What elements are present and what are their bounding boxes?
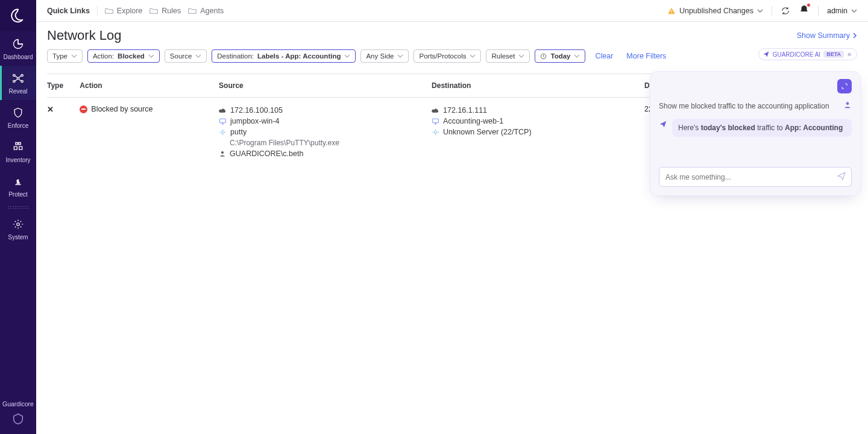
svg-rect-8 bbox=[220, 119, 226, 123]
tab-label: Rules bbox=[162, 7, 181, 15]
topbar: Quick Links Explore Rules Agents Unpubli… bbox=[36, 0, 868, 22]
user-menu[interactable]: admin bbox=[827, 7, 857, 15]
svg-point-0 bbox=[17, 77, 19, 79]
show-summary-link[interactable]: Show Summary bbox=[797, 31, 857, 40]
divider bbox=[772, 6, 772, 16]
close-icon[interactable]: ✕ bbox=[47, 105, 54, 114]
col-destination[interactable]: Destination bbox=[432, 74, 644, 98]
nav-enforce[interactable]: Enforce bbox=[0, 100, 36, 134]
filter-ruleset[interactable]: Ruleset bbox=[486, 49, 530, 63]
nav-dashboard[interactable]: Dashboard bbox=[0, 31, 36, 66]
nav-system[interactable]: System bbox=[0, 212, 36, 246]
col-action[interactable]: Action bbox=[80, 74, 219, 98]
process-icon bbox=[219, 128, 227, 136]
filter-action[interactable]: Action: Blocked bbox=[87, 49, 160, 63]
ai-panel: Show me blocked traffic to the accountin… bbox=[650, 71, 861, 196]
nav-reveal[interactable]: Reveal bbox=[0, 66, 36, 100]
tab-rules[interactable]: Rules bbox=[149, 7, 181, 15]
unpublished-changes[interactable]: Unpublished Changes bbox=[667, 7, 763, 15]
user-icon bbox=[843, 101, 852, 109]
blocked-icon bbox=[80, 105, 87, 113]
filter-destination[interactable]: Destination: Labels - App: Accounting bbox=[212, 49, 356, 63]
monitor-icon bbox=[219, 118, 227, 125]
brand-footer: Guardicore bbox=[2, 400, 34, 434]
svg-point-13 bbox=[846, 102, 849, 105]
more-filters-link[interactable]: More Filters bbox=[626, 52, 666, 60]
clock-icon bbox=[540, 53, 547, 60]
filter-source[interactable]: Source bbox=[165, 49, 207, 63]
ai-bot-message: Here's today's blocked traffic to App: A… bbox=[672, 119, 852, 137]
beta-badge: BETA bbox=[823, 51, 844, 58]
username: admin bbox=[827, 7, 848, 15]
nav-label: Dashboard bbox=[4, 54, 33, 60]
chevron-down-icon bbox=[195, 53, 201, 59]
monitor-icon bbox=[432, 118, 439, 125]
svg-point-6 bbox=[671, 12, 671, 13]
tab-label: Explore bbox=[117, 7, 142, 15]
svg-point-10 bbox=[221, 151, 224, 154]
filter-today[interactable]: Today bbox=[535, 49, 585, 63]
divider bbox=[97, 6, 98, 16]
folder-icon bbox=[105, 7, 113, 14]
filter-bar: Type Action: Blocked Source Destination:… bbox=[36, 47, 868, 69]
source-process: putty bbox=[230, 128, 247, 136]
svg-point-4 bbox=[21, 80, 23, 82]
nav-separator bbox=[7, 206, 29, 209]
svg-point-12 bbox=[434, 131, 436, 133]
svg-point-3 bbox=[13, 80, 15, 82]
cloud-icon bbox=[219, 107, 227, 115]
cloud-icon bbox=[432, 107, 439, 115]
filter-anyside[interactable]: Any Side bbox=[360, 49, 409, 63]
close-icon[interactable]: ✕ bbox=[847, 51, 852, 58]
page-title: Network Log bbox=[47, 28, 122, 43]
user-icon bbox=[219, 150, 226, 157]
source-host: jumpbox-win-4 bbox=[230, 117, 279, 125]
svg-point-2 bbox=[21, 74, 23, 76]
col-type[interactable]: Type bbox=[47, 74, 80, 98]
sidebar: Dashboard Reveal Enforce Inventory Prote… bbox=[0, 0, 36, 434]
source-user: GUARDICORE\c.beth bbox=[230, 149, 303, 158]
nav-label: Protect bbox=[8, 191, 28, 198]
nav-label: Enforce bbox=[8, 122, 28, 129]
quick-links-label[interactable]: Quick Links bbox=[47, 7, 90, 15]
chevron-down-icon bbox=[757, 8, 763, 14]
svg-point-1 bbox=[13, 74, 15, 76]
nav-protect[interactable]: Protect bbox=[0, 169, 36, 203]
shield-icon bbox=[11, 106, 25, 119]
chevron-down-icon bbox=[518, 53, 524, 59]
ai-expand-button[interactable] bbox=[837, 79, 852, 93]
source-cell: 172.16.100.105 jumpbox-win-4 putty C:\Pr… bbox=[219, 105, 427, 159]
nav-label: Reveal bbox=[8, 88, 27, 95]
boxes-icon bbox=[11, 140, 25, 154]
chevron-down-icon bbox=[574, 53, 580, 59]
clear-filters-link[interactable]: Clear bbox=[595, 52, 613, 60]
notifications-icon[interactable] bbox=[799, 4, 810, 17]
svg-rect-11 bbox=[433, 119, 439, 123]
chevron-right-icon bbox=[852, 33, 857, 39]
send-button[interactable] bbox=[837, 171, 846, 183]
ai-user-row: Show me blocked traffic to the accountin… bbox=[659, 99, 852, 113]
ai-input-field[interactable] bbox=[664, 172, 837, 182]
nav-inventory[interactable]: Inventory bbox=[0, 134, 36, 169]
ai-input-box[interactable] bbox=[659, 167, 852, 187]
chevron-down-icon bbox=[71, 53, 77, 59]
dest-ip: 172.16.1.111 bbox=[443, 106, 487, 115]
tab-agents[interactable]: Agents bbox=[188, 7, 224, 15]
network-icon bbox=[11, 72, 25, 85]
filter-ports[interactable]: Ports/Protocols bbox=[414, 49, 481, 63]
ai-pill[interactable]: GUARDICORE AI BETA ✕ bbox=[758, 48, 857, 60]
ai-bot-row: Here's today's blocked traffic to App: A… bbox=[659, 119, 852, 137]
source-ip: 172.16.100.105 bbox=[230, 106, 283, 115]
filter-type[interactable]: Type bbox=[47, 49, 83, 63]
col-source[interactable]: Source bbox=[219, 74, 432, 98]
send-icon bbox=[837, 171, 846, 181]
tab-explore[interactable]: Explore bbox=[105, 7, 142, 15]
nav-label: Inventory bbox=[5, 157, 30, 163]
brand-logo bbox=[0, 0, 36, 31]
chevron-down-icon bbox=[344, 53, 350, 59]
show-summary-label: Show Summary bbox=[797, 31, 850, 40]
page-header: Network Log Show Summary bbox=[36, 22, 868, 47]
destination-cell: 172.16.1.111 Accounting-web-1 Unknown Se… bbox=[432, 105, 640, 137]
refresh-icon[interactable] bbox=[781, 6, 790, 16]
folder-icon bbox=[188, 7, 197, 14]
